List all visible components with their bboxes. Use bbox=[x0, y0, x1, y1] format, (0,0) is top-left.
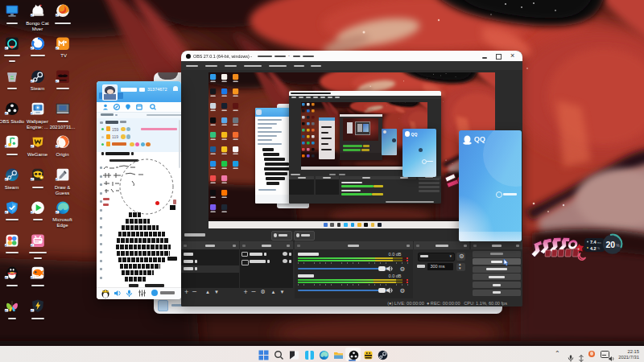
svg-text:7.4: 7.4 bbox=[590, 240, 597, 245]
svg-text:4.2: 4.2 bbox=[590, 246, 597, 251]
svg-text:20: 20 bbox=[606, 240, 616, 249]
svg-text:%: % bbox=[617, 244, 620, 248]
svg-text:%: % bbox=[597, 247, 600, 250]
svg-text:ms: ms bbox=[597, 241, 601, 245]
svg-text:+: + bbox=[577, 246, 580, 251]
